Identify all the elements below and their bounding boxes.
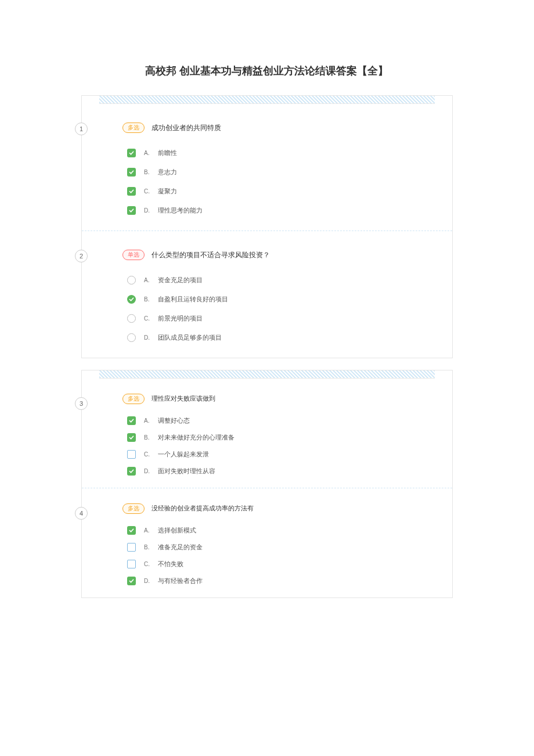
option-text: 资金充足的项目: [158, 276, 203, 285]
option-text: 不怕失败: [158, 560, 183, 568]
question-number: 1: [75, 123, 88, 135]
question-type-tag: 单选: [122, 250, 145, 260]
question-number: 2: [75, 250, 88, 262]
option-text: 前景光明的项目: [158, 314, 203, 323]
question-header: 多选成功创业者的共同特质: [122, 123, 435, 133]
checkbox-icon: [127, 450, 136, 459]
answer-option[interactable]: D.面对失败时理性从容: [122, 463, 435, 480]
check-icon: [127, 206, 136, 215]
question-section: 1多选成功创业者的共同特质A.前瞻性B.意志力C.凝聚力D.理性思考的能力2单选…: [81, 95, 453, 358]
check-icon: [127, 295, 136, 304]
answer-option[interactable]: B.对未来做好充分的心理准备: [122, 429, 435, 446]
option-letter: A.: [144, 527, 152, 534]
answer-option[interactable]: A.前瞻性: [122, 143, 435, 163]
option-letter: A.: [144, 150, 152, 156]
radio-icon: [127, 333, 136, 342]
check-icon: [127, 416, 136, 425]
option-letter: B.: [144, 169, 152, 175]
question-text: 理性应对失败应该做到: [151, 395, 215, 403]
option-letter: B.: [144, 544, 152, 550]
question-block: 4多选没经验的创业者提高成功率的方法有A.选择创新模式B.准备充足的资金C.不怕…: [82, 488, 452, 597]
option-text: 一个人躲起来发泄: [158, 451, 209, 459]
answer-option[interactable]: C.前景光明的项目: [122, 309, 435, 328]
answer-option[interactable]: C.不怕失败: [122, 556, 435, 573]
option-letter: A.: [144, 417, 152, 424]
question-type-tag: 多选: [122, 394, 145, 404]
option-text: 自盈利且运转良好的项目: [158, 295, 228, 304]
option-text: 选择创新模式: [158, 527, 196, 535]
question-type-tag: 多选: [122, 503, 145, 514]
question-block: 3多选理性应对失败应该做到A.调整好心态B.对未来做好充分的心理准备C.一个人躲…: [82, 379, 452, 488]
option-text: 与有经验者合作: [158, 577, 203, 585]
radio-icon: [127, 314, 136, 323]
check-icon: [127, 168, 136, 177]
answer-option[interactable]: C.凝聚力: [122, 182, 435, 201]
answer-option[interactable]: B.自盈利且运转良好的项目: [122, 290, 435, 309]
option-letter: D.: [144, 334, 152, 341]
check-icon: [127, 149, 136, 157]
option-letter: C.: [144, 188, 152, 195]
check-icon: [127, 187, 136, 196]
answer-option[interactable]: D.团队成员足够多的项目: [122, 328, 435, 347]
section-divider: [99, 370, 435, 379]
option-letter: C.: [144, 315, 152, 322]
question-number: 4: [75, 507, 88, 520]
radio-icon: [127, 276, 136, 285]
question-header: 多选理性应对失败应该做到: [122, 394, 435, 404]
question-text: 没经验的创业者提高成功率的方法有: [151, 505, 254, 513]
question-type-tag: 多选: [122, 123, 145, 133]
option-letter: B.: [144, 296, 152, 303]
question-text: 什么类型的项目不适合寻求风险投资？: [151, 250, 270, 260]
question-block: 2单选什么类型的项目不适合寻求风险投资？A.资金充足的项目B.自盈利且运转良好的…: [82, 231, 452, 358]
option-text: 前瞻性: [158, 149, 177, 157]
checkbox-icon: [127, 560, 136, 568]
question-number: 3: [75, 397, 88, 410]
answer-option[interactable]: A.选择创新模式: [122, 522, 435, 539]
page-title: 高校邦 创业基本功与精益创业方法论结课答案【全】: [0, 0, 534, 95]
option-letter: D.: [144, 468, 152, 474]
check-icon: [127, 467, 136, 476]
question-block: 1多选成功创业者的共同特质A.前瞻性B.意志力C.凝聚力D.理性思考的能力: [82, 104, 452, 231]
answer-option[interactable]: D.理性思考的能力: [122, 201, 435, 220]
option-text: 团队成员足够多的项目: [158, 333, 222, 342]
answer-option[interactable]: B.准备充足的资金: [122, 539, 435, 556]
question-section: 3多选理性应对失败应该做到A.调整好心态B.对未来做好充分的心理准备C.一个人躲…: [81, 370, 453, 598]
question-header: 多选没经验的创业者提高成功率的方法有: [122, 503, 435, 514]
option-letter: C.: [144, 561, 152, 567]
option-letter: D.: [144, 207, 152, 214]
checkbox-icon: [127, 543, 136, 552]
check-icon: [127, 433, 136, 442]
option-text: 面对失败时理性从容: [158, 467, 215, 476]
answer-option[interactable]: A.资金充足的项目: [122, 271, 435, 290]
check-icon: [127, 577, 136, 585]
option-text: 凝聚力: [158, 187, 177, 196]
option-letter: A.: [144, 277, 152, 283]
question-header: 单选什么类型的项目不适合寻求风险投资？: [122, 250, 435, 260]
check-icon: [127, 526, 136, 535]
question-text: 成功创业者的共同特质: [151, 123, 221, 133]
option-letter: B.: [144, 434, 152, 441]
answer-option[interactable]: D.与有经验者合作: [122, 573, 435, 589]
section-divider: [99, 96, 435, 104]
option-letter: C.: [144, 451, 152, 458]
option-text: 意志力: [158, 168, 177, 177]
answer-option[interactable]: B.意志力: [122, 163, 435, 182]
answer-option[interactable]: A.调整好心态: [122, 412, 435, 429]
option-text: 调整好心态: [158, 417, 190, 425]
option-text: 准备充足的资金: [158, 543, 203, 552]
option-text: 对未来做好充分的心理准备: [158, 434, 234, 442]
option-letter: D.: [144, 578, 152, 584]
option-text: 理性思考的能力: [158, 206, 203, 215]
answer-option[interactable]: C.一个人躲起来发泄: [122, 446, 435, 463]
